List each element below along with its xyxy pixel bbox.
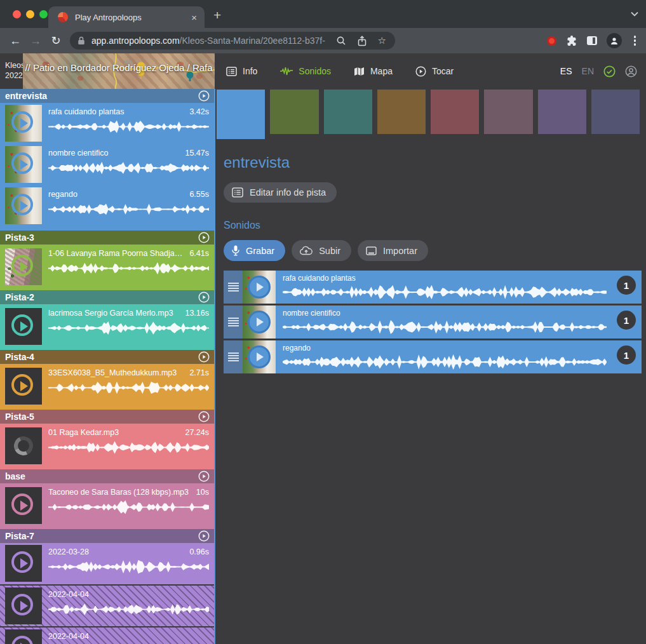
sound-item[interactable]: nombre cientifico 15.47s bbox=[0, 144, 214, 185]
track-block[interactable] bbox=[324, 90, 372, 134]
import-icon bbox=[366, 246, 377, 255]
import-button[interactable]: Importar bbox=[358, 240, 428, 261]
sound-thumbnail[interactable] bbox=[5, 105, 42, 142]
sound-count-badge: 1 bbox=[617, 276, 636, 295]
account-icon[interactable] bbox=[625, 65, 637, 77]
profile-avatar[interactable] bbox=[607, 33, 622, 48]
sound-item[interactable]: Taconeo de Sara Baras (128 kbps).mp3 10s bbox=[0, 483, 214, 529]
url-path: /Kleos-Santa-Marina/20ee8112-b37f-459d-8… bbox=[180, 36, 325, 46]
edit-track-info-button[interactable]: Editar info de pista bbox=[224, 182, 337, 203]
drag-handle[interactable] bbox=[224, 271, 243, 304]
sound-item[interactable]: 01 Raga Kedar.mp3 27.24s bbox=[0, 424, 214, 469]
zoom-icon[interactable] bbox=[336, 36, 346, 46]
sound-thumbnail[interactable] bbox=[5, 146, 42, 183]
nav-mapa[interactable]: Mapa bbox=[354, 66, 393, 76]
track-play-icon[interactable] bbox=[198, 530, 210, 542]
sound-thumbnail[interactable] bbox=[5, 368, 42, 405]
sound-thumbnail[interactable] bbox=[5, 629, 42, 644]
forward-button[interactable]: → bbox=[25, 34, 46, 48]
sidebar-track-pista-2: Pista-2 lacrimosa Sergio García Merlo.mp… bbox=[0, 290, 214, 350]
lang-en[interactable]: EN bbox=[582, 66, 594, 76]
track-header[interactable]: Pista-4 bbox=[0, 350, 214, 364]
side-panel-icon[interactable] bbox=[587, 36, 597, 45]
sound-thumbnail[interactable] bbox=[243, 271, 276, 304]
sound-item[interactable]: 2022-03-28 0.96s bbox=[0, 543, 214, 584]
drag-handle[interactable] bbox=[224, 305, 243, 339]
browser-menu-icon[interactable] bbox=[631, 36, 639, 46]
track-block[interactable] bbox=[431, 90, 479, 134]
drag-handle[interactable] bbox=[224, 340, 243, 373]
sound-item[interactable]: rafa cuidando plantas 3.42s bbox=[0, 103, 214, 144]
waveform bbox=[48, 319, 209, 337]
tab-close-icon[interactable]: × bbox=[190, 12, 198, 23]
track-block[interactable] bbox=[484, 90, 532, 134]
nav-tocar[interactable]: Tocar bbox=[415, 66, 454, 77]
panel-sound-row[interactable]: regando 1 bbox=[224, 340, 642, 373]
project-name[interactable]: Kleos 2022 bbox=[0, 61, 23, 81]
extensions-puzzle-icon[interactable] bbox=[566, 35, 577, 46]
nav-info[interactable]: Info bbox=[226, 66, 257, 76]
minimize-window-button[interactable] bbox=[26, 10, 34, 18]
sound-item[interactable]: 33ESX6038_B5_Muthedukkum.mp3 2.71s bbox=[0, 364, 214, 410]
loading-spinner bbox=[11, 434, 36, 458]
sound-thumbnail[interactable] bbox=[5, 545, 42, 582]
sound-item[interactable]: lacrimosa Sergio García Merlo.mp3 13.16s bbox=[0, 304, 214, 350]
track-block[interactable] bbox=[377, 90, 426, 134]
track-block[interactable] bbox=[591, 90, 640, 134]
nav-sonidos[interactable]: Sonidos bbox=[280, 66, 331, 76]
share-icon[interactable] bbox=[357, 36, 367, 46]
track-header[interactable]: Pista-7 bbox=[0, 529, 214, 543]
new-tab-button[interactable]: + bbox=[213, 8, 221, 23]
browser-tab[interactable]: Play Antropoloops × bbox=[48, 6, 205, 28]
maximize-window-button[interactable] bbox=[39, 10, 48, 18]
back-button[interactable]: ← bbox=[5, 34, 25, 48]
track-play-icon[interactable] bbox=[198, 351, 210, 363]
track-play-icon[interactable] bbox=[198, 471, 210, 482]
bookmark-star-icon[interactable]: ☆ bbox=[378, 35, 386, 46]
track-block[interactable] bbox=[270, 90, 318, 134]
track-header[interactable]: Pista-3 bbox=[0, 231, 214, 245]
sidebar-track-pista-7: Pista-7 2022-03-28 0.96s bbox=[0, 529, 214, 644]
record-extension-icon[interactable] bbox=[547, 36, 556, 46]
drag-handle-icon bbox=[228, 352, 239, 361]
tab-list-chevron-icon[interactable] bbox=[631, 11, 638, 17]
track-header[interactable]: base bbox=[0, 469, 214, 483]
track-play-icon[interactable] bbox=[198, 292, 210, 303]
map-preview-image[interactable]: // Patio en Bordador Rodríguez Ojeda / R… bbox=[23, 53, 215, 89]
upload-button[interactable]: Subir bbox=[292, 240, 351, 261]
map-icon bbox=[354, 67, 365, 76]
track-block[interactable] bbox=[538, 90, 586, 134]
track-header[interactable]: Pista-2 bbox=[0, 290, 214, 304]
record-button[interactable]: Grabar bbox=[224, 240, 285, 261]
sound-thumbnail[interactable] bbox=[5, 587, 42, 624]
drag-handle-icon bbox=[228, 283, 239, 292]
sound-thumbnail[interactable] bbox=[243, 305, 276, 339]
sound-item-uploading[interactable]: 2022-04-04 bbox=[0, 586, 214, 626]
sound-thumbnail[interactable] bbox=[243, 340, 276, 373]
panel-sound-row[interactable]: rafa cuidando plantas 1 bbox=[224, 271, 642, 304]
reload-button[interactable]: ↻ bbox=[46, 34, 66, 48]
track-play-icon[interactable] bbox=[198, 90, 210, 102]
lang-es[interactable]: ES bbox=[560, 66, 572, 76]
sound-item[interactable]: 1-06 Lavanya Rama Poorna Shadjam Rupak..… bbox=[0, 245, 214, 290]
sound-thumbnail[interactable] bbox=[5, 248, 42, 285]
close-window-button[interactable] bbox=[13, 10, 21, 18]
sound-item-uploading[interactable]: 2022-04-04 bbox=[0, 627, 214, 644]
sound-item[interactable]: regando 6.55s bbox=[0, 185, 214, 227]
site-favicon-icon bbox=[58, 12, 68, 22]
cloud-upload-icon bbox=[300, 246, 313, 255]
track-play-icon[interactable] bbox=[198, 232, 210, 243]
waveform bbox=[283, 352, 607, 372]
sound-thumbnail[interactable] bbox=[5, 487, 42, 524]
sound-thumbnail[interactable] bbox=[5, 308, 42, 345]
track-header[interactable]: Pista-5 bbox=[0, 410, 214, 424]
play-overlay-icon bbox=[248, 311, 271, 333]
track-play-icon[interactable] bbox=[198, 411, 210, 422]
track-block[interactable] bbox=[217, 90, 265, 139]
address-bar[interactable]: app.antropoloops.com /Kleos-Santa-Marina… bbox=[70, 32, 395, 50]
sound-thumbnail[interactable] bbox=[5, 427, 42, 464]
track-header[interactable]: entrevista bbox=[0, 89, 214, 103]
sound-thumbnail[interactable] bbox=[5, 187, 42, 224]
track-panel: entrevista Editar info de pista Sonidos bbox=[215, 138, 646, 373]
panel-sound-row[interactable]: nombre cientifico 1 bbox=[224, 305, 642, 339]
